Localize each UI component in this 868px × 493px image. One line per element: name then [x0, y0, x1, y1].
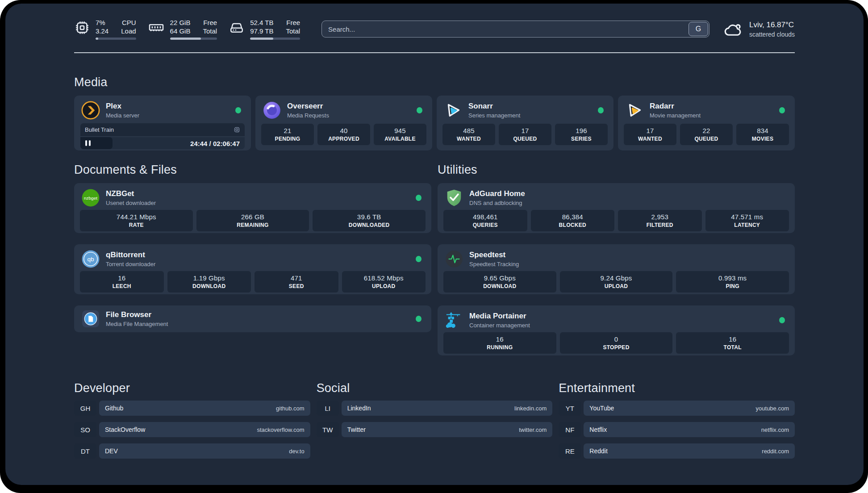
status-dot [779, 107, 785, 113]
cpu-load-value: 3.24 [96, 27, 108, 35]
app-card-portainer[interactable]: Media Portainer Container management 16R… [438, 305, 795, 355]
status-dot [598, 107, 604, 113]
app-desc: Torrent downloader [106, 261, 155, 267]
search-engine-button[interactable]: G [689, 22, 708, 36]
status-dot [416, 316, 421, 322]
stat-box: 945AVAILABLE [374, 124, 426, 145]
bookmark-url: netflix.com [761, 426, 789, 433]
app-desc: Container management [469, 322, 530, 329]
bookmark-abbr: SO [74, 422, 96, 437]
disk-widget: 52.4 TB Free 97.9 TB Total [229, 18, 300, 40]
bookmark-reddit[interactable]: RE Reddit reddit.com [559, 443, 795, 459]
status-dot [779, 317, 785, 323]
app-card-plex[interactable]: Plex Media server Bullet Train [74, 96, 251, 150]
bookmark-url: github.com [276, 405, 305, 412]
speedtest-icon [445, 250, 463, 268]
media-grid: Plex Media server Bullet Train [74, 96, 795, 150]
app-name: Speedtest [469, 251, 519, 259]
app-desc: Movie management [650, 112, 701, 119]
cloud-icon [723, 20, 743, 38]
status-dot [235, 107, 241, 113]
app-name: Radarr [650, 102, 701, 111]
app-name: Media Portainer [469, 312, 530, 321]
app-card-nzbget[interactable]: nzbget NZBGet Usenet downloader 744.21 M… [74, 183, 431, 233]
app-card-filebrowser[interactable]: File Browser Media File Management [74, 305, 431, 332]
bookmark-linkedin[interactable]: LI LinkedIn linkedin.com [317, 401, 553, 416]
app-card-radarr[interactable]: Radarr Movie management 17WANTED 22QUEUE… [618, 96, 795, 150]
top-bar: 7% CPU 3.24 Load 22 GiB [74, 18, 795, 40]
search-input[interactable] [321, 21, 709, 38]
bookmarks-area: Developer GH Github github.com SO StackO… [74, 381, 795, 478]
radarr-icon [625, 101, 644, 120]
stat-box: 40APPROVED [317, 124, 370, 145]
stat-box: 196SERIES [555, 124, 608, 145]
app-name: NZBGet [106, 189, 156, 198]
cpu-progress-track [96, 38, 136, 40]
section-title-developer: Developer [74, 381, 310, 395]
now-playing-title: Bullet Train [85, 126, 114, 133]
weather-widget: Lviv, 16.87°C scattered clouds [723, 20, 795, 38]
bookmark-url: youtube.com [756, 405, 789, 412]
window-frame: 7% CPU 3.24 Load 22 GiB [0, 0, 868, 493]
bookmark-abbr: TW [317, 422, 339, 437]
stat-box: 618.52 MbpsUPLOAD [342, 271, 426, 292]
bookmark-abbr: GH [74, 401, 96, 416]
stat-box: 86,384BLOCKED [531, 210, 615, 231]
bookmark-url: reddit.com [762, 448, 789, 455]
bookmark-group-entertainment: Entertainment YT YouTube youtube.com NF … [559, 381, 795, 465]
app-desc: Media File Management [106, 321, 168, 327]
disk-label-bottom: Total [286, 27, 300, 35]
stat-box: 16LEECH [80, 271, 164, 292]
documents-column: Documents & Files nzbget NZBGet Usenet d… [74, 163, 431, 355]
app-card-overseerr[interactable]: Overseerr Media Requests 21PENDING 40APP… [255, 96, 432, 150]
weather-location-temp: Lviv, 16.87°C [749, 21, 795, 29]
stat-box: 0STOPPED [560, 332, 673, 354]
ram-label-top: Free [203, 18, 217, 27]
stat-box: 1.19 GbpsDOWNLOAD [167, 271, 251, 292]
bookmark-name: YouTube [589, 405, 614, 412]
cpu-percent: 7% [96, 18, 108, 27]
bookmark-youtube[interactable]: YT YouTube youtube.com [559, 401, 795, 416]
app-desc: Speedtest Tracking [469, 261, 519, 267]
app-card-adguard[interactable]: AdGuard Home DNS and adblocking 498,461Q… [438, 183, 795, 233]
app-card-speedtest[interactable]: Speedtest Speedtest Tracking 9.65 GbpsDO… [438, 244, 795, 294]
bookmark-name: Twitter [347, 426, 366, 433]
ram-progress-track [170, 38, 217, 40]
bookmark-abbr: RE [559, 443, 581, 459]
bookmark-twitter[interactable]: TW Twitter twitter.com [317, 422, 553, 437]
playback-progress-track: 24:44 / 02:06:47 [80, 137, 245, 149]
section-title-media: Media [74, 75, 795, 89]
overseerr-icon [263, 101, 281, 120]
dashboard-page: 7% CPU 3.24 Load 22 GiB [5, 4, 864, 485]
bookmark-stackoverflow[interactable]: SO StackOverflow stackoverflow.com [74, 422, 310, 437]
svg-text:nzbget: nzbget [84, 196, 97, 201]
nzbget-icon: nzbget [81, 188, 100, 207]
utilities-column: Utilities AdGuard Home DNS and [438, 163, 795, 355]
app-name: Overseerr [287, 102, 329, 111]
bookmark-netflix[interactable]: NF Netflix netflix.com [559, 422, 795, 437]
ram-progress-fill [170, 38, 201, 40]
playback-time: 24:44 / 02:06:47 [190, 139, 240, 147]
app-name: AdGuard Home [469, 189, 525, 198]
stat-box: 744.21 MbpsRATE [80, 210, 193, 231]
app-card-sonarr[interactable]: Sonarr Series management 485WANTED 17QUE… [437, 96, 613, 150]
stat-box: 498,461QUERIES [443, 210, 527, 231]
cpu-label-top: CPU [121, 18, 136, 27]
app-desc: DNS and adblocking [469, 200, 525, 206]
bookmark-name: Github [105, 405, 123, 412]
app-name: qBittorrent [106, 251, 155, 259]
pause-button[interactable] [85, 140, 91, 146]
stat-box: 9.65 GbpsDOWNLOAD [443, 271, 556, 292]
bookmark-dev[interactable]: DT DEV dev.to [74, 443, 310, 459]
stat-box: 16RUNNING [443, 332, 556, 354]
app-desc: Media server [106, 112, 139, 119]
disk-icon [229, 20, 245, 36]
status-dot [417, 107, 422, 113]
memory-widget: 22 GiB Free 64 GiB Total [148, 18, 217, 40]
bookmark-name: DEV [105, 447, 118, 455]
stat-box: 9.24 GbpsUPLOAD [560, 271, 673, 292]
bookmark-github[interactable]: GH Github github.com [74, 401, 310, 416]
ram-free-value: 22 GiB [170, 18, 191, 27]
qbittorrent-icon: qb [81, 250, 100, 268]
app-card-qbittorrent[interactable]: qb qBittorrent Torrent downloader 16LEEC… [74, 244, 431, 294]
